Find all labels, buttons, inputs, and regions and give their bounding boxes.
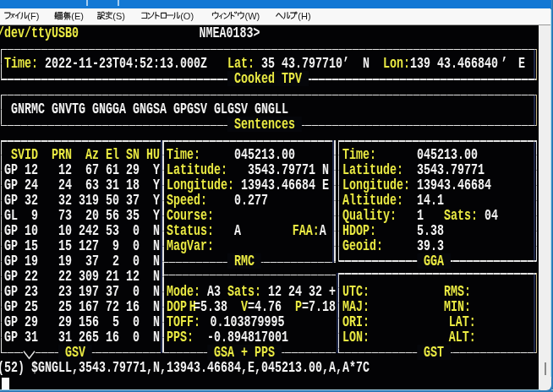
svg-text:(W): (W)	[245, 11, 260, 21]
svg-text:(O): (O)	[180, 11, 194, 21]
svg-text:(E): (E)	[71, 11, 84, 21]
svg-text:(S): (S)	[112, 11, 125, 21]
svg-text:(H): (H)	[298, 11, 310, 21]
svg-text:(F): (F)	[27, 11, 39, 21]
